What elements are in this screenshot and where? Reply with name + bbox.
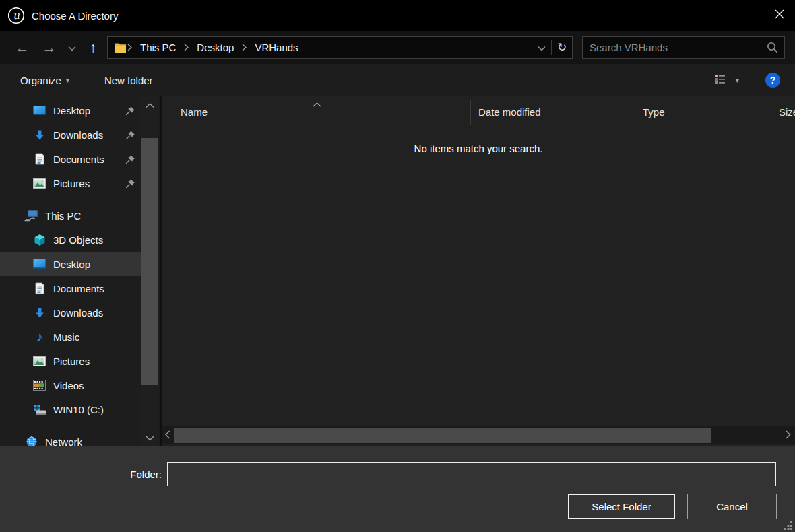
- chevron-down-icon: [68, 42, 76, 54]
- address-bar-controls: ↻: [532, 37, 572, 58]
- breadcrumb-chevron-icon[interactable]: [241, 44, 247, 51]
- breadcrumb-chevron-icon[interactable]: [183, 44, 189, 51]
- question-mark-icon: ?: [770, 75, 776, 86]
- svg-text:u: u: [13, 9, 20, 22]
- view-options-dropdown[interactable]: ▾: [735, 76, 739, 85]
- address-dropdown-button[interactable]: [532, 37, 551, 58]
- scrollbar-thumb[interactable]: [141, 138, 158, 385]
- command-toolbar: Organize ▾ New folder ▾ ?: [0, 64, 795, 96]
- sidebar-item-pictures-pinned[interactable]: Pictures: [0, 171, 141, 195]
- sort-ascending-icon: [313, 98, 321, 110]
- sidebar-item-music[interactable]: ♪ Music: [0, 325, 141, 349]
- sidebar-item-win10-c[interactable]: WIN10 (C:): [0, 397, 141, 422]
- network-icon: [24, 435, 38, 446]
- desktop-icon: [32, 257, 46, 271]
- sidebar-item-desktop-pinned[interactable]: Desktop: [0, 98, 141, 123]
- text-caret: [174, 466, 174, 482]
- forward-arrow-icon: →: [42, 40, 57, 55]
- pictures-icon: [32, 176, 46, 190]
- select-folder-button[interactable]: Select Folder: [568, 494, 675, 519]
- chevron-down-icon: [538, 42, 546, 54]
- scrollbar-thumb[interactable]: [174, 428, 711, 443]
- titlebar: u Choose A Directory: [0, 0, 795, 31]
- column-header-type[interactable]: Type: [635, 96, 771, 127]
- back-button[interactable]: ←: [9, 36, 35, 59]
- back-arrow-icon: ←: [15, 40, 30, 55]
- refresh-button[interactable]: ↻: [552, 37, 572, 58]
- chevron-left-icon: [165, 430, 170, 442]
- scroll-up-button[interactable]: [141, 98, 158, 112]
- chevron-right-icon: [786, 430, 791, 442]
- sidebar-item-3d-objects[interactable]: 3D Objects: [0, 228, 141, 252]
- close-button[interactable]: [764, 0, 795, 31]
- 3d-objects-icon: [32, 233, 46, 246]
- forward-button[interactable]: →: [35, 36, 63, 59]
- close-icon: [775, 9, 784, 22]
- column-header-date-modified[interactable]: Date modified: [471, 96, 635, 127]
- nav-buttons: ← → ↑: [9, 31, 105, 64]
- scroll-down-button[interactable]: [141, 430, 158, 445]
- search-icon[interactable]: [767, 42, 778, 53]
- pin-icon: [125, 106, 135, 116]
- pin-icon: [125, 130, 135, 140]
- chevron-down-icon: ▾: [66, 77, 69, 84]
- resize-grip-icon[interactable]: [784, 521, 793, 530]
- horizontal-scrollbar[interactable]: [162, 426, 795, 444]
- address-bar: This PC Desktop VRHands ↻: [107, 36, 573, 59]
- sidebar-item-network[interactable]: Network: [0, 430, 141, 446]
- sidebar-item-videos[interactable]: Videos: [0, 373, 141, 397]
- pictures-icon: [32, 354, 46, 368]
- sidebar-item-documents[interactable]: Documents: [0, 276, 141, 300]
- documents-icon: [32, 281, 46, 295]
- file-list: Name Date modified Type Size No items ma…: [162, 96, 795, 446]
- sidebar: Desktop Downloads Documents Pictures: [0, 96, 160, 446]
- chevron-up-icon: [146, 99, 154, 111]
- refresh-icon: ↻: [557, 40, 567, 55]
- up-button[interactable]: ↑: [81, 36, 105, 59]
- navigation-bar: ← → ↑ This PC Desktop VRHands ↻: [0, 31, 795, 64]
- folder-label: Folder:: [130, 469, 162, 480]
- desktop-icon: [32, 104, 46, 117]
- pin-icon: [125, 178, 135, 189]
- dialog-content: Desktop Downloads Documents Pictures: [0, 96, 795, 446]
- sidebar-item-desktop-selected[interactable]: Desktop: [0, 252, 141, 276]
- search-box: [582, 36, 785, 59]
- folder-input[interactable]: [167, 462, 776, 486]
- downloads-icon: [32, 306, 46, 319]
- music-icon: ♪: [32, 330, 46, 343]
- scroll-right-button[interactable]: [782, 426, 794, 444]
- sidebar-rows: Desktop Downloads Documents Pictures: [0, 98, 141, 446]
- unreal-logo-icon: u: [7, 7, 25, 24]
- sidebar-scrollbar[interactable]: [141, 96, 158, 446]
- organize-button[interactable]: Organize ▾: [20, 75, 69, 86]
- chevron-down-icon: [146, 432, 154, 444]
- breadcrumb-chevron-icon[interactable]: [127, 44, 133, 51]
- column-header-size[interactable]: Size: [771, 96, 795, 127]
- recent-locations-button[interactable]: [63, 36, 81, 59]
- breadcrumb-desktop[interactable]: Desktop: [189, 42, 241, 53]
- dialog-footer: Folder: Select Folder Cancel: [0, 446, 795, 532]
- sidebar-item-documents-pinned[interactable]: Documents: [0, 147, 141, 171]
- breadcrumb-this-pc[interactable]: This PC: [133, 42, 183, 53]
- column-headers: Name Date modified Type Size: [162, 96, 795, 127]
- cancel-button[interactable]: Cancel: [687, 494, 777, 519]
- toolbar-right-controls: ▾ ?: [714, 64, 780, 96]
- folder-icon: [114, 42, 127, 53]
- up-arrow-icon: ↑: [90, 40, 97, 55]
- scroll-left-button[interactable]: [162, 426, 174, 444]
- details-view-button[interactable]: [714, 74, 726, 87]
- window-title: Choose A Directory: [32, 10, 118, 22]
- sidebar-item-downloads-pinned[interactable]: Downloads: [0, 123, 141, 147]
- search-input[interactable]: [583, 37, 767, 58]
- sidebar-item-downloads[interactable]: Downloads: [0, 300, 141, 325]
- downloads-icon: [32, 128, 46, 141]
- help-button[interactable]: ?: [765, 73, 780, 88]
- breadcrumb-vrhands[interactable]: VRHands: [247, 42, 305, 53]
- details-view-icon: [714, 74, 726, 87]
- pin-icon: [125, 154, 135, 164]
- sidebar-item-this-pc[interactable]: This PC: [0, 203, 141, 228]
- videos-icon: [32, 378, 46, 392]
- new-folder-button[interactable]: New folder: [104, 75, 153, 86]
- this-pc-icon: [24, 209, 38, 222]
- sidebar-item-pictures[interactable]: Pictures: [0, 349, 141, 373]
